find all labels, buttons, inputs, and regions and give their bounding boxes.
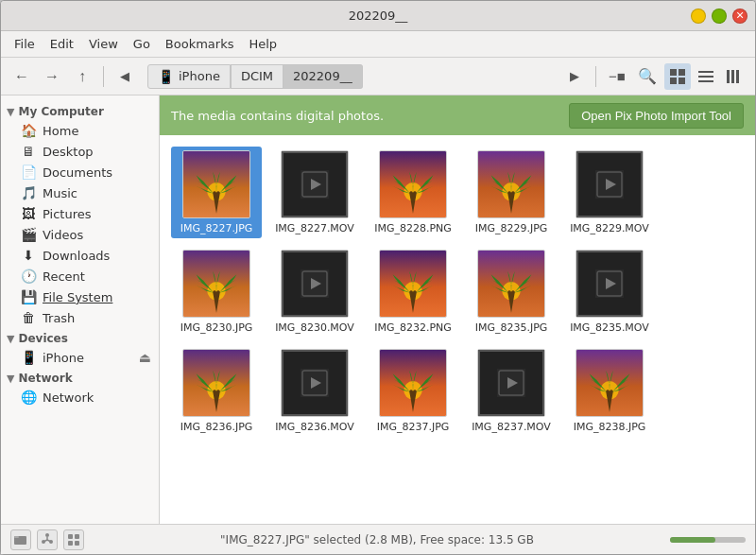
file-thumbnail — [576, 349, 644, 417]
file-item[interactable]: IMG_8238.JPG — [564, 345, 655, 437]
nav-next-button[interactable]: ▶ — [561, 63, 588, 90]
grid-view-button[interactable] — [664, 63, 691, 90]
info-bar-text: The media contains digital photos. — [171, 109, 384, 123]
statusbar-icon-app[interactable] — [63, 529, 84, 550]
file-item[interactable]: IMG_8235.MOV — [564, 246, 655, 338]
up-button[interactable]: ↑ — [69, 63, 95, 90]
file-item[interactable]: IMG_8227.MOV — [269, 147, 360, 238]
back-button[interactable]: ← — [9, 63, 35, 90]
file-thumbnail — [576, 250, 644, 318]
menu-go[interactable]: Go — [126, 35, 158, 53]
sidebar-item-iphone[interactable]: 📱 iPhone ⏏ — [1, 347, 159, 368]
file-item[interactable]: IMG_8236.MOV — [269, 345, 360, 437]
zoom-out-button[interactable]: −■ — [604, 63, 630, 90]
my-computer-label: My Computer — [18, 105, 103, 118]
music-icon: 🎵 — [20, 185, 37, 200]
home-icon: 🏠 — [20, 123, 37, 138]
info-bar: The media contains digital photos. Open … — [160, 95, 755, 135]
file-name: IMG_8236.JPG — [180, 421, 253, 433]
compact-view-button[interactable] — [721, 63, 747, 90]
zoom-fill — [670, 537, 715, 543]
sidebar-item-trash[interactable]: 🗑 Trash — [1, 307, 159, 328]
downloads-label: Downloads — [43, 249, 151, 263]
breadcrumb-folder[interactable]: 202209__ — [284, 64, 363, 89]
statusbar-icon-tree[interactable] — [37, 529, 58, 550]
maximize-button[interactable]: □ — [712, 9, 727, 24]
file-item[interactable]: IMG_8229.MOV — [564, 147, 655, 238]
file-name: IMG_8228.PNG — [374, 222, 452, 234]
sidebar-item-home[interactable]: 🏠 Home — [1, 120, 159, 141]
file-thumbnail — [576, 150, 644, 218]
nav-prev-button[interactable]: ◀ — [112, 63, 138, 90]
sidebar-section-devices[interactable]: ▼ Devices — [1, 328, 159, 347]
file-name: IMG_8235.MOV — [570, 321, 649, 334]
file-thumbnail — [281, 250, 349, 318]
trash-label: Trash — [43, 311, 151, 325]
breadcrumb-iphone[interactable]: 📱 iPhone — [147, 64, 231, 89]
import-button[interactable]: Open Pix Photo Import Tool — [569, 103, 744, 129]
desktop-label: Desktop — [43, 145, 151, 159]
file-item[interactable]: IMG_8236.JPG — [171, 345, 262, 437]
minimize-button[interactable]: − — [691, 9, 706, 24]
file-name: IMG_8229.MOV — [570, 222, 649, 234]
file-item[interactable]: IMG_8237.MOV — [466, 345, 557, 437]
toolbar: ← → ↑ ◀ 📱 iPhone DCIM 202209__ ▶ −■ 🔍 — [1, 58, 755, 95]
sidebar-item-filesystem[interactable]: 💾 File System — [1, 286, 159, 307]
search-button[interactable]: 🔍 — [634, 63, 661, 90]
desktop-icon: 🖥 — [20, 144, 37, 159]
network-label: Network — [43, 390, 151, 405]
sidebar-item-network[interactable]: 🌐 Network — [1, 387, 159, 408]
file-thumbnail — [379, 150, 447, 218]
pictures-icon: 🖼 — [20, 206, 37, 221]
documents-icon: 📄 — [20, 165, 37, 180]
file-item[interactable]: IMG_8232.PNG — [368, 246, 458, 338]
separator-1 — [103, 66, 104, 87]
iphone-icon: 📱 — [158, 69, 174, 84]
eject-icon[interactable]: ⏏ — [139, 350, 151, 365]
file-item[interactable]: IMG_8230.JPG — [171, 246, 262, 338]
window-title: 202209__ — [65, 9, 691, 23]
pictures-label: Pictures — [43, 207, 151, 221]
svg-rect-4 — [698, 71, 713, 73]
menu-file[interactable]: File — [7, 35, 43, 53]
file-name: IMG_8230.MOV — [275, 321, 354, 334]
file-item[interactable]: IMG_8228.PNG — [368, 147, 458, 238]
sidebar-item-pictures[interactable]: 🖼 Pictures — [1, 203, 159, 224]
zoom-track[interactable] — [670, 537, 746, 543]
sidebar-item-recent[interactable]: 🕐 Recent — [1, 266, 159, 286]
sidebar-item-documents[interactable]: 📄 Documents — [1, 162, 159, 182]
file-item[interactable]: IMG_8230.MOV — [269, 246, 360, 338]
file-item[interactable]: IMG_8227.JPG — [171, 147, 262, 238]
file-thumbnail — [281, 150, 349, 218]
content-area: The media contains digital photos. Open … — [160, 95, 755, 524]
menu-view[interactable]: View — [81, 35, 126, 53]
statusbar-text: "IMG_8227.JPG" selected (2.8 MB), Free s… — [92, 533, 662, 546]
close-button[interactable]: ✕ — [732, 9, 747, 24]
sidebar-item-desktop[interactable]: 🖥 Desktop — [1, 141, 159, 162]
sidebar-item-videos[interactable]: 🎬 Videos — [1, 224, 159, 245]
sidebar-section-my-computer[interactable]: ▼ My Computer — [1, 101, 159, 120]
file-item[interactable]: IMG_8229.JPG — [466, 147, 557, 238]
view-buttons — [664, 63, 747, 90]
list-view-button[interactable] — [693, 63, 719, 90]
file-thumbnail — [182, 349, 250, 417]
music-label: Music — [43, 186, 151, 200]
file-name: IMG_8230.JPG — [180, 321, 253, 334]
sidebar-item-downloads[interactable]: ⬇ Downloads — [1, 245, 159, 266]
statusbar-icon-folder[interactable] — [10, 529, 31, 550]
separator-2 — [595, 66, 596, 87]
menu-edit[interactable]: Edit — [43, 35, 81, 53]
forward-button[interactable]: → — [39, 63, 65, 90]
breadcrumb-dcim[interactable]: DCIM — [231, 64, 284, 89]
file-grid: IMG_8227.JPG IMG_8227.MOV — [160, 135, 755, 524]
menu-bookmarks[interactable]: Bookmarks — [158, 35, 242, 53]
sidebar-item-music[interactable]: 🎵 Music — [1, 182, 159, 203]
svg-rect-56 — [68, 541, 73, 546]
window-controls: − □ ✕ — [691, 9, 747, 24]
sidebar-section-network[interactable]: ▼ Network — [1, 368, 159, 387]
file-item[interactable]: IMG_8235.JPG — [466, 246, 557, 338]
home-label: Home — [43, 124, 151, 138]
statusbar-zoom — [670, 537, 746, 543]
menu-help[interactable]: Help — [241, 35, 284, 53]
file-item[interactable]: IMG_8237.JPG — [368, 345, 458, 437]
